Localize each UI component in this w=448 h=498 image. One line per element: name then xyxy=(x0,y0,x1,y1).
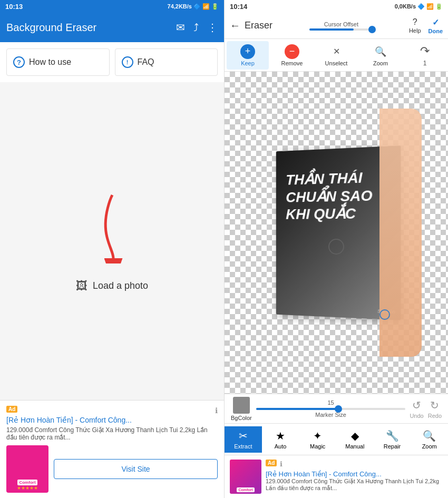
faq-button[interactable]: ! FAQ xyxy=(115,48,218,76)
status-bar-left: 10:13 74,2KB/s 🔷 📶 🔋 xyxy=(0,0,224,13)
marker-size-value: 15 xyxy=(256,399,406,406)
right-ad-top: Ad ℹ xyxy=(266,460,443,468)
left-status-icons: 74,2KB/s 🔷 📶 🔋 xyxy=(168,3,219,10)
repair-icon: 🔧 xyxy=(386,429,399,442)
redo-arrow-icon: ↷ xyxy=(417,44,432,58)
red-arrow-icon xyxy=(91,190,133,263)
tab-repair[interactable]: 🔧 Repair xyxy=(374,426,411,453)
cursor-circle-1 xyxy=(328,239,344,255)
right-ad-content: Ad ℹ [Rẻ Hơn Hoàn Tiền] - Comfort Công..… xyxy=(266,460,443,492)
done-button[interactable]: ✓ Done xyxy=(428,17,443,34)
marker-slider-area: 15 Marker Size xyxy=(256,399,406,418)
mail-icon[interactable]: ✉ xyxy=(176,21,185,34)
eraser-title: Eraser xyxy=(245,20,272,31)
undo-button[interactable]: ↺ Undo xyxy=(410,399,423,419)
marker-slider-track[interactable] xyxy=(256,408,406,410)
redo-button-bottom[interactable]: ↻ Redo xyxy=(428,399,442,419)
app-bar-icons: ✉ ⤴ ⋮ xyxy=(176,21,218,34)
how-to-use-icon: ? xyxy=(13,56,25,68)
keep-tool[interactable]: + Keep xyxy=(227,41,269,70)
cursor-slider-track[interactable] xyxy=(309,28,373,31)
faq-label: FAQ xyxy=(138,57,154,67)
cursor-offset-label: Cursor Offset xyxy=(324,21,358,27)
left-ad-title[interactable]: [Rẻ Hơn Hoàn Tiền] - Comfort Công... xyxy=(6,416,218,424)
book-title: THẦN THÁICHUẨN SAOKHI QUẮC xyxy=(286,168,372,223)
tab-extract[interactable]: ✂ Extract xyxy=(225,426,262,453)
redo-icon-bottom: ↻ xyxy=(430,399,439,412)
marker-slider-fill xyxy=(256,408,338,410)
arrow-area xyxy=(91,190,133,274)
comfort-stars: ★★★★★ xyxy=(17,485,38,491)
bottom-tab-bar: ✂ Extract ★ Auto ✦ Magic ◆ Manual 🔧 Repa… xyxy=(225,423,448,455)
share-icon[interactable]: ⤴ xyxy=(193,22,199,34)
unselect-label: Unselect xyxy=(325,60,348,66)
signal-icon: 📶 xyxy=(202,3,210,10)
load-photo-button[interactable]: 🖼 Load a photo xyxy=(76,279,148,293)
help-button[interactable]: ? Help xyxy=(409,17,421,34)
eraser-actions: ? Help ✓ Done xyxy=(409,17,443,34)
unselect-tool[interactable]: ✕ Unselect xyxy=(315,41,357,70)
undo-label: Undo xyxy=(410,413,423,419)
left-ad-info-icon[interactable]: ℹ xyxy=(215,406,218,415)
back-button[interactable]: ← xyxy=(230,19,240,32)
right-network-info: 0,0KB/s xyxy=(395,3,416,9)
left-ad-content: Comfort ★★★★★ Visit Site xyxy=(6,445,218,493)
redo-tool[interactable]: ↷ 1 xyxy=(404,41,446,70)
marker-size-label: Marker Size xyxy=(256,412,406,418)
zoom-tab-label: Zoom xyxy=(422,443,437,450)
left-ad-label: Ad xyxy=(6,406,17,413)
undo-redo-buttons: ↺ Undo ↻ Redo xyxy=(410,399,442,419)
left-panel: 10:13 74,2KB/s 🔷 📶 🔋 Background Eraser ✉… xyxy=(0,0,224,498)
more-options-icon[interactable]: ⋮ xyxy=(207,21,218,34)
zoom-icon: 🔍 xyxy=(373,44,388,59)
eraser-bar: ← Eraser Cursor Offset ? Help ✓ Done xyxy=(225,13,448,39)
right-comfort-brand: Comfort xyxy=(237,487,254,492)
right-signal-icon: 📶 xyxy=(426,3,434,10)
tab-zoom[interactable]: 🔍 Zoom xyxy=(411,426,448,453)
right-panel: 10:14 0,0KB/s 🔷 📶 🔋 ← Eraser Cursor Offs… xyxy=(224,0,448,498)
book-image-container: THẦN THÁICHUẨN SAOKHI QUẮC Sài Gòn xyxy=(240,93,432,373)
tool-bar: + Keep − Remove ✕ Unselect 🔍 Zoom ↷ 1 xyxy=(225,39,448,72)
how-to-use-button[interactable]: ? How to use xyxy=(6,48,110,76)
auto-label: Auto xyxy=(275,443,287,450)
main-content-area: 🖼 Load a photo xyxy=(0,82,224,400)
done-check-icon: ✓ xyxy=(432,17,439,27)
zoom-tool[interactable]: 🔍 Zoom xyxy=(359,41,402,70)
tab-manual[interactable]: ◆ Manual xyxy=(336,426,374,453)
left-ad-section: Ad ℹ [Rẻ Hơn Hoàn Tiền] - Comfort Công..… xyxy=(0,400,224,498)
right-ad-desc: 129.000đ Comfort Công Thức Giặt Xa Hương… xyxy=(266,478,443,492)
cursor-circle-2 xyxy=(379,309,390,320)
tab-magic[interactable]: ✦ Magic xyxy=(299,426,336,453)
keep-icon: + xyxy=(240,44,255,59)
keep-label: Keep xyxy=(241,60,255,66)
right-ad-info-icon[interactable]: ℹ xyxy=(280,460,283,468)
left-network-info: 74,2KB/s xyxy=(168,3,192,9)
left-ad-desc: 129.000đ Comfort Công Thức Giặt Xa Hương… xyxy=(6,426,218,441)
comfort-brand-label: Comfort xyxy=(17,480,37,485)
undo-icon: ↺ xyxy=(412,399,421,412)
visit-site-button[interactable]: Visit Site xyxy=(54,459,218,479)
status-bar-right: 10:14 0,0KB/s 🔷 📶 🔋 xyxy=(225,0,448,13)
app-title: Background Eraser xyxy=(6,22,176,34)
bg-color-swatch[interactable]: BgColor xyxy=(231,397,252,421)
unselect-icon: ✕ xyxy=(329,44,344,59)
left-ad-image: Comfort ★★★★★ xyxy=(6,445,48,493)
right-time: 10:14 xyxy=(230,3,247,11)
remove-tool[interactable]: − Remove xyxy=(271,41,313,70)
left-time: 10:13 xyxy=(5,3,23,11)
repair-label: Repair xyxy=(384,443,401,450)
redo-count: 1 xyxy=(423,60,427,67)
zoom-tab-icon: 🔍 xyxy=(423,429,436,442)
app-bar: Background Eraser ✉ ⤴ ⋮ xyxy=(0,13,224,42)
extract-icon: ✂ xyxy=(239,429,248,442)
magic-label: Magic xyxy=(310,443,325,450)
magic-icon: ✦ xyxy=(313,429,322,442)
cursor-slider-fill xyxy=(309,28,354,31)
load-photo-label: Load a photo xyxy=(93,280,148,291)
manual-label: Manual xyxy=(345,443,364,450)
right-ad-title[interactable]: [Rẻ Hơn Hoàn Tiền] - Comfort Công... xyxy=(266,470,443,478)
redo-label: Redo xyxy=(428,413,442,419)
how-to-use-label: How to use xyxy=(29,57,71,67)
tab-auto[interactable]: ★ Auto xyxy=(262,426,299,453)
right-ad-image: Comfort xyxy=(230,460,261,494)
